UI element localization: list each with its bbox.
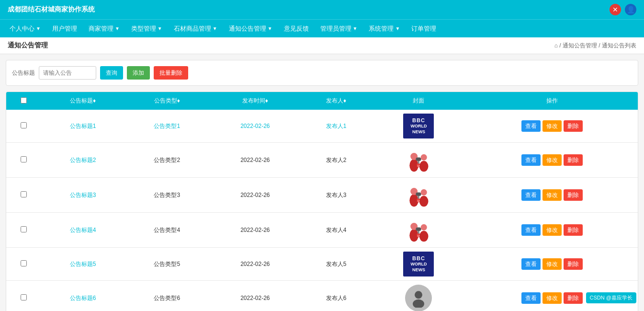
query-button[interactable]: 查询 [100,66,123,80]
edit-button[interactable]: 修改 [542,154,562,166]
notice-title-link[interactable]: 公告标题1 [70,123,96,129]
col-author[interactable]: 发布人♦ [301,92,371,110]
page-title: 通知公告管理 [8,41,48,50]
notice-actions: 查看 修改 删除 [466,110,638,143]
notice-date: 2022-02-26 [209,178,301,213]
nav-type-management[interactable]: 类型管理▼ [125,20,168,38]
notice-type: 公告类型4 [125,213,209,248]
bbc-thumbnail: BBC WORLD NEWS [403,252,434,276]
table-header-row: 公告标题♦ 公告类型♦ 发布时间♦ 发布人♦ 封面 操作 [6,92,638,110]
nav-merchant-management[interactable]: 商家管理▼ [83,20,125,38]
notice-author: 发布人2 [301,143,371,178]
select-all-checkbox[interactable] [21,97,27,104]
notice-actions: 查看 修改 删除 [466,143,638,178]
notice-type: 公告类型3 [125,178,209,213]
table-row: 公告标题6公告类型62022-02-26发布人6 查看 修改 删除 [6,281,638,311]
notice-date: 2022-02-26 [209,213,301,248]
table-row: 公告标题3公告类型32022-02-26发布人3 LIVE [6,178,638,213]
batch-delete-button[interactable]: 批量删除 [154,66,188,80]
delete-button[interactable]: 删除 [564,120,583,132]
notice-cover: LIVE [371,178,466,213]
edit-button[interactable]: 修改 [542,189,562,201]
svg-point-22 [419,231,429,242]
nav-personal-center[interactable]: 个人中心▼ [4,20,46,38]
svg-rect-11 [416,192,421,196]
bbc-thumbnail: BBC WORLD NEWS [403,114,434,138]
view-button[interactable]: 查看 [521,154,541,166]
svg-point-24 [415,291,422,299]
nav-notice-management[interactable]: 通知公告管理▼ [223,20,278,38]
notice-cover: LIVE [371,213,466,248]
app-title: 成都团结石材城商家协作系统 [8,5,95,14]
reporter-dark-thumbnail [405,285,432,311]
svg-point-7 [421,154,427,161]
table-row: 公告标题2公告类型22022-02-26发布人2 LIVE [6,143,638,178]
breadcrumb: ⌂ / 通知公告管理 / 通知公告列表 [554,42,636,50]
header-icons: ✕ 👤 [610,4,636,15]
nav-feedback[interactable]: 意见反馈 [278,20,315,38]
row-checkbox[interactable] [21,122,27,128]
col-action: 操作 [466,92,638,110]
notice-title-link[interactable]: 公告标题2 [70,157,96,163]
notice-title-link[interactable]: 公告标题5 [70,261,96,267]
notice-type: 公告类型5 [125,248,209,281]
edit-button[interactable]: 修改 [542,120,562,132]
notice-date: 2022-02-26 [209,143,301,178]
svg-rect-3 [416,157,421,161]
col-type[interactable]: 公告类型♦ [125,92,209,110]
notice-table: 公告标题♦ 公告类型♦ 发布时间♦ 发布人♦ 封面 操作 公告标题1公告类型12… [6,92,638,311]
view-button[interactable]: 查看 [521,120,541,132]
row-checkbox[interactable] [21,260,27,266]
svg-point-15 [421,189,427,196]
reporter-thumbnail: LIVE [405,217,432,243]
edit-button[interactable]: 修改 [542,224,562,236]
view-button[interactable]: 查看 [521,224,541,236]
nav-user-management[interactable]: 用户管理 [46,20,83,38]
notice-date: 2022-02-26 [209,281,301,311]
col-date[interactable]: 发布时间♦ [209,92,301,110]
row-checkbox[interactable] [21,294,27,300]
svg-point-14 [419,196,429,207]
edit-button[interactable]: 修改 [542,292,562,304]
delete-button[interactable]: 删除 [564,258,583,270]
notice-author: 发布人6 [301,281,371,311]
row-checkbox[interactable] [21,191,27,197]
filter-bar: 公告标题 查询 添加 批量删除 [6,60,638,86]
notice-type: 公告类型6 [125,281,209,311]
table-row: 公告标题5公告类型52022-02-26发布人5 BBC WORLD NEWS … [6,248,638,281]
add-button[interactable]: 添加 [127,66,150,80]
table-row: 公告标题4公告类型42022-02-26发布人4 LIVE [6,213,638,248]
delete-button[interactable]: 删除 [564,224,583,236]
nav-admin-management[interactable]: 管理员管理▼ [315,20,363,38]
row-checkbox[interactable] [21,226,27,232]
nav-order-management[interactable]: 订单管理 [406,20,442,38]
view-button[interactable]: 查看 [521,258,541,270]
search-input[interactable] [39,66,96,80]
delete-button[interactable]: 删除 [564,189,583,201]
view-button[interactable]: 查看 [521,292,541,304]
close-icon[interactable]: ✕ [610,4,621,15]
col-title[interactable]: 公告标题♦ [41,92,125,110]
view-button[interactable]: 查看 [521,189,541,201]
svg-rect-19 [416,227,421,230]
notice-title-link[interactable]: 公告标题4 [70,227,96,233]
row-checkbox[interactable] [21,156,27,162]
notice-actions: 查看 修改 删除 [466,248,638,281]
notice-cover: BBC WORLD NEWS [371,110,466,143]
user-icon[interactable]: 👤 [625,4,636,15]
notice-cover [371,281,466,311]
notice-actions: 查看 修改 删除 [466,213,638,248]
svg-point-6 [419,161,429,172]
notice-author: 发布人1 [301,110,371,143]
breadcrumb-bar: 通知公告管理 ⌂ / 通知公告管理 / 通知公告列表 [0,37,644,54]
notice-title-link[interactable]: 公告标题3 [70,192,96,198]
notice-type: 公告类型1 [125,110,209,143]
nav-system-management[interactable]: 系统管理▼ [363,20,406,38]
notice-title-link[interactable]: 公告标题6 [70,295,96,301]
delete-button[interactable]: 删除 [564,292,583,304]
edit-button[interactable]: 修改 [542,258,562,270]
notice-cover: LIVE [371,143,466,178]
notice-author: 发布人5 [301,248,371,281]
delete-button[interactable]: 删除 [564,154,583,166]
nav-stone-product[interactable]: 石材商品管理▼ [168,20,223,38]
